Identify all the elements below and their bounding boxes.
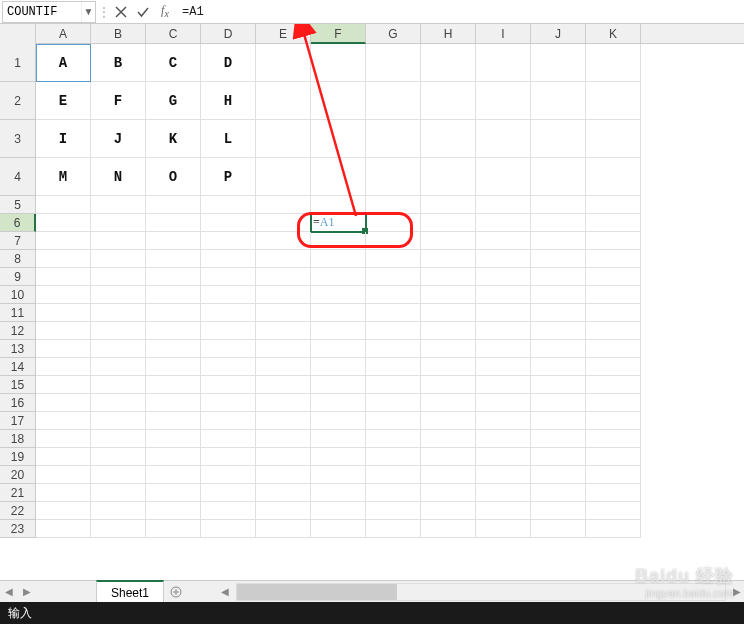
cell-H16[interactable] <box>421 394 476 412</box>
cell-G5[interactable] <box>366 196 421 214</box>
cell-D21[interactable] <box>201 484 256 502</box>
cell-J14[interactable] <box>531 358 586 376</box>
cell-E4[interactable] <box>256 158 311 196</box>
cell-G13[interactable] <box>366 340 421 358</box>
cell-E23[interactable] <box>256 520 311 538</box>
cell-B12[interactable] <box>91 322 146 340</box>
cell-A17[interactable] <box>36 412 91 430</box>
cell-D16[interactable] <box>201 394 256 412</box>
tab-scroll-left-icon[interactable]: ◀ <box>5 586 13 597</box>
cell-A7[interactable] <box>36 232 91 250</box>
cell-E15[interactable] <box>256 376 311 394</box>
select-all-cell[interactable] <box>0 24 36 44</box>
cell-H12[interactable] <box>421 322 476 340</box>
cell-F20[interactable] <box>311 466 366 484</box>
cell-G15[interactable] <box>366 376 421 394</box>
cell-I11[interactable] <box>476 304 531 322</box>
cell-A16[interactable] <box>36 394 91 412</box>
cell-A19[interactable] <box>36 448 91 466</box>
cell-C17[interactable] <box>146 412 201 430</box>
col-header-B[interactable]: B <box>91 24 146 44</box>
cell-B17[interactable] <box>91 412 146 430</box>
cell-E9[interactable] <box>256 268 311 286</box>
cell-I6[interactable] <box>476 214 531 232</box>
cell-H10[interactable] <box>421 286 476 304</box>
cell-K3[interactable] <box>586 120 641 158</box>
cell-H14[interactable] <box>421 358 476 376</box>
cell-K6[interactable] <box>586 214 641 232</box>
row-header[interactable]: 16 <box>0 394 36 412</box>
cell-K12[interactable] <box>586 322 641 340</box>
cell-D13[interactable] <box>201 340 256 358</box>
cell-C15[interactable] <box>146 376 201 394</box>
cell-F3[interactable] <box>311 120 366 158</box>
cell-A20[interactable] <box>36 466 91 484</box>
cell-J23[interactable] <box>531 520 586 538</box>
cell-B14[interactable] <box>91 358 146 376</box>
cell-C20[interactable] <box>146 466 201 484</box>
cell-I9[interactable] <box>476 268 531 286</box>
row-header[interactable]: 1 <box>0 44 36 82</box>
cell-B8[interactable] <box>91 250 146 268</box>
col-header-J[interactable]: J <box>531 24 586 44</box>
cell-K11[interactable] <box>586 304 641 322</box>
cell-G12[interactable] <box>366 322 421 340</box>
row-header[interactable]: 10 <box>0 286 36 304</box>
cell-C2[interactable]: G <box>146 82 201 120</box>
cell-C11[interactable] <box>146 304 201 322</box>
row-header[interactable]: 7 <box>0 232 36 250</box>
cell-F16[interactable] <box>311 394 366 412</box>
cell-I13[interactable] <box>476 340 531 358</box>
row-header[interactable]: 23 <box>0 520 36 538</box>
cell-I16[interactable] <box>476 394 531 412</box>
cell-J16[interactable] <box>531 394 586 412</box>
cell-J2[interactable] <box>531 82 586 120</box>
cell-G3[interactable] <box>366 120 421 158</box>
cell-D22[interactable] <box>201 502 256 520</box>
col-header-A[interactable]: A <box>36 24 91 44</box>
cell-D20[interactable] <box>201 466 256 484</box>
cell-B9[interactable] <box>91 268 146 286</box>
cell-F12[interactable] <box>311 322 366 340</box>
cell-D3[interactable]: L <box>201 120 256 158</box>
row-header[interactable]: 14 <box>0 358 36 376</box>
cell-K17[interactable] <box>586 412 641 430</box>
cell-A21[interactable] <box>36 484 91 502</box>
cell-K20[interactable] <box>586 466 641 484</box>
cell-B10[interactable] <box>91 286 146 304</box>
cell-H8[interactable] <box>421 250 476 268</box>
cell-D17[interactable] <box>201 412 256 430</box>
cell-D6[interactable] <box>201 214 256 232</box>
name-box[interactable]: ▼ <box>2 1 96 23</box>
cell-J10[interactable] <box>531 286 586 304</box>
cell-K16[interactable] <box>586 394 641 412</box>
cell-F21[interactable] <box>311 484 366 502</box>
cell-B6[interactable] <box>91 214 146 232</box>
cell-I18[interactable] <box>476 430 531 448</box>
cell-C18[interactable] <box>146 430 201 448</box>
cell-H5[interactable] <box>421 196 476 214</box>
scroll-right-icon[interactable]: ▶ <box>730 586 744 597</box>
row-header[interactable]: 6 <box>0 214 36 232</box>
cell-E1[interactable] <box>256 44 311 82</box>
col-header-C[interactable]: C <box>146 24 201 44</box>
enter-button[interactable] <box>132 1 154 23</box>
cell-B13[interactable] <box>91 340 146 358</box>
cell-G20[interactable] <box>366 466 421 484</box>
cell-K21[interactable] <box>586 484 641 502</box>
cell-I10[interactable] <box>476 286 531 304</box>
cell-I15[interactable] <box>476 376 531 394</box>
cell-E8[interactable] <box>256 250 311 268</box>
cell-I8[interactable] <box>476 250 531 268</box>
cell-K13[interactable] <box>586 340 641 358</box>
cell-F23[interactable] <box>311 520 366 538</box>
cell-E10[interactable] <box>256 286 311 304</box>
cell-D4[interactable]: P <box>201 158 256 196</box>
row-header[interactable]: 17 <box>0 412 36 430</box>
cell-J1[interactable] <box>531 44 586 82</box>
row-header[interactable]: 18 <box>0 430 36 448</box>
cell-F9[interactable] <box>311 268 366 286</box>
cell-A12[interactable] <box>36 322 91 340</box>
cell-C16[interactable] <box>146 394 201 412</box>
row-header[interactable]: 13 <box>0 340 36 358</box>
